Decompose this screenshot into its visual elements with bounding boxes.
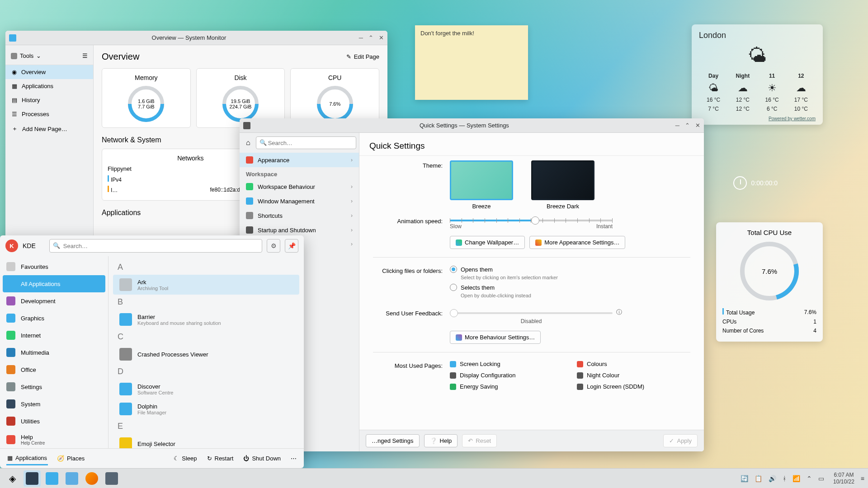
radio-opens-them[interactable]: Opens them [450,266,690,273]
chevron-right-icon: › [351,183,353,190]
settings-nav-workspace-behaviour[interactable]: Workspace Behaviour› [240,179,359,194]
category-internet[interactable]: Internet [0,327,108,344]
start-button[interactable]: ◈ [4,470,21,487]
settings-titlebar[interactable]: Quick Settings — System Settings ─ ⌃ ✕ [240,118,704,133]
maximize-button[interactable]: ⌃ [368,34,373,41]
tab-applications[interactable]: Applications [6,452,48,465]
category-multimedia[interactable]: Multimedia [0,344,108,361]
pin-button[interactable]: 📌 [285,239,298,253]
taskbar-app-sysmon[interactable] [24,470,41,487]
tray-expand-icon[interactable]: ⌃ [807,475,812,482]
configure-button[interactable]: ⚙ [267,239,280,253]
sysmon-sidebar-overview[interactable]: ◉Overview [5,65,93,79]
category-graphics[interactable]: Graphics [0,310,108,327]
sysmon-titlebar[interactable]: Overview — System Monitor ─ ⌃ ✕ [5,31,387,45]
tray-clipboard-icon[interactable]: 📋 [755,475,762,482]
page-link-display-configuration[interactable]: Display Configuration [450,372,563,379]
taskbar-app-dolphin[interactable] [63,470,80,487]
category-settings[interactable]: Settings [0,378,108,395]
category-icon [6,435,15,444]
help-button[interactable]: ❔ Help [424,434,458,447]
settings-nav-appearance[interactable]: Appearance› [240,153,359,167]
animation-speed-slider[interactable] [450,220,613,221]
app-crashed-processes-viewer[interactable]: Crashed Processes Viewer [113,344,299,364]
sysmon-sidebar-add-new-page-[interactable]: ＋Add New Page… [5,121,93,136]
app-dolphin[interactable]: DolphinFile Manager [113,399,299,419]
maximize-button[interactable]: ⌃ [685,122,690,129]
category-icon [6,279,15,288]
page-link-night-colour[interactable]: Night Colour [577,372,690,379]
sysmon-sidebar-history[interactable]: ▤History [5,93,93,107]
theme-breeze-dark[interactable]: Breeze Dark [531,160,594,210]
page-link-icon [577,384,583,390]
more-button[interactable]: ⋯ [290,452,297,465]
sysmon-sidebar-processes[interactable]: ☰Processes [5,107,93,121]
weather-credit[interactable]: Powered by wetter.com [699,116,816,121]
page-link-screen-locking[interactable]: Screen Locking [450,361,563,367]
change-wallpaper-button[interactable]: Change Wallpaper… [450,236,525,249]
taskbar-app-firefox[interactable] [83,470,100,487]
category-help[interactable]: HelpHelp Centre [0,430,108,448]
minimize-button[interactable]: ─ [675,122,679,129]
page-link-energy-saving[interactable]: Energy Saving [450,383,563,390]
category-favourites[interactable]: Favourites [0,258,108,275]
theme-breeze[interactable]: Breeze [450,160,513,210]
minimize-button[interactable]: ─ [359,34,363,41]
tray-battery-icon[interactable]: ▭ [818,475,824,482]
window-title: Quick Settings — System Settings [253,122,675,129]
user-name: KDE [23,242,36,249]
more-behaviour-button[interactable]: More Behaviour Settings… [450,331,541,344]
taskbar-clock[interactable]: 6:07 AM 10/10/22 [833,472,854,485]
nav-icon [246,212,253,219]
radio-selects-them[interactable]: Selects them [450,284,690,291]
user-avatar[interactable]: K [5,239,18,252]
weather-today-icon: 🌤 [699,45,816,66]
sidebar-icon: ☰ [12,111,17,117]
page-title: Overview [102,52,139,62]
tab-places[interactable]: 🧭Places [56,452,85,465]
tray-network-icon[interactable]: 📶 [793,475,800,482]
settings-nav-shortcuts[interactable]: Shortcuts› [240,208,359,223]
highlight-changed-button[interactable]: …nged Settings [366,434,420,447]
shutdown-button[interactable]: ⏻Shut Down [242,452,282,465]
letter-heading: A [110,260,302,275]
page-link-login-screen-sddm-[interactable]: Login Screen (SDDM) [577,383,690,390]
taskbar-app-gwenview[interactable] [103,470,120,487]
show-desktop-button[interactable]: ≡ [861,475,864,482]
sleep-button[interactable]: ☾Sleep [173,452,198,465]
tray-updates-icon[interactable]: 🔄 [741,475,748,482]
edit-page-button[interactable]: Edit Page [346,53,379,60]
app-discover[interactable]: DiscoverSoftware Centre [113,379,299,399]
letter-heading: D [110,364,302,379]
tray-volume-icon[interactable]: 🔊 [769,475,776,482]
close-button[interactable]: ✕ [379,34,384,41]
close-button[interactable]: ✕ [695,122,700,129]
hamburger-icon[interactable] [82,52,88,59]
tray-bluetooth-icon[interactable]: ᚼ [783,475,786,482]
app-icon [119,278,132,291]
category-development[interactable]: Development [0,292,108,310]
tools-dropdown[interactable]: Tools ⌄ [11,52,41,59]
page-link-icon [577,361,583,367]
launcher-search-input[interactable] [49,239,262,253]
sticky-note[interactable]: Don't forget the milk! [415,25,528,100]
timer-widget[interactable]: 0:00:00:0 [733,176,778,190]
app-barrier[interactable]: BarrierKeyboard and mouse sharing soluti… [113,310,299,329]
category-utilities[interactable]: Utilities [0,413,108,430]
sidebar-icon: ▦ [12,83,17,89]
feedback-slider[interactable] [450,312,613,314]
info-icon[interactable]: ⓘ [616,308,622,316]
category-system[interactable]: System [0,395,108,413]
settings-search-input[interactable] [256,136,356,149]
taskbar-app-discover[interactable] [43,470,61,487]
category-office[interactable]: Office [0,361,108,378]
sysmon-sidebar-applications[interactable]: ▦Applications [5,79,93,93]
more-appearance-button[interactable]: More Appearance Settings… [529,236,625,249]
restart-button[interactable]: ↻Restart [206,452,235,465]
category-all-applications[interactable]: All Applications [3,275,105,292]
page-link-colours[interactable]: Colours [577,361,690,367]
app-ark[interactable]: ArkArchiving Tool [113,275,299,295]
settings-nav-window-management[interactable]: Window Management› [240,194,359,208]
home-button[interactable] [243,137,253,149]
app-emoji-selector[interactable]: Emoji Selector [113,434,299,448]
